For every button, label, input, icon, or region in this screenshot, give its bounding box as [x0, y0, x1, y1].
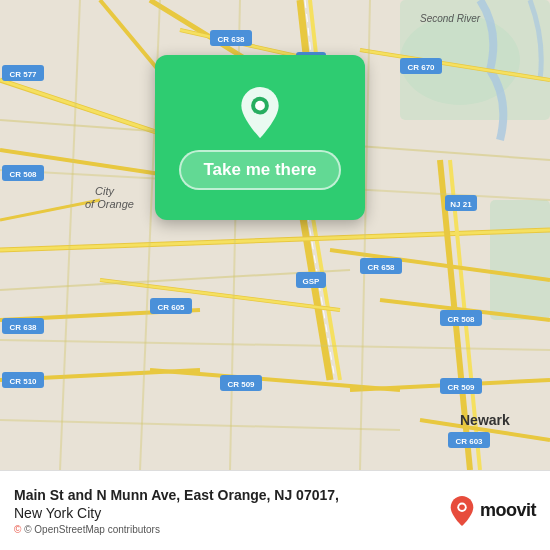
svg-text:CR 577: CR 577 — [9, 70, 37, 79]
svg-text:City: City — [95, 185, 115, 197]
svg-text:CR 658: CR 658 — [367, 263, 395, 272]
location-pin-icon — [236, 85, 284, 140]
svg-text:CR 670: CR 670 — [407, 63, 435, 72]
svg-point-79 — [459, 504, 465, 510]
address-line2: New York City — [14, 504, 448, 522]
svg-text:of Orange: of Orange — [85, 198, 134, 210]
action-card: Take me there — [155, 55, 365, 220]
svg-text:CR 508: CR 508 — [9, 170, 37, 179]
svg-text:CR 509: CR 509 — [227, 380, 255, 389]
svg-text:NJ 21: NJ 21 — [450, 200, 472, 209]
map-container: CR 577 CR 638 CR 508 CR 670 GSP GSP City… — [0, 0, 550, 470]
osm-credit: © © OpenStreetMap contributors — [14, 524, 448, 535]
bottom-bar: Main St and N Munn Ave, East Orange, NJ … — [0, 470, 550, 550]
moovit-pin-icon — [448, 495, 476, 527]
address-line1: Main St and N Munn Ave, East Orange, NJ … — [14, 486, 448, 504]
moovit-logo: moovit — [448, 495, 536, 527]
osm-icon: © — [14, 524, 21, 535]
moovit-brand-text: moovit — [480, 500, 536, 521]
svg-text:Second River: Second River — [420, 13, 481, 24]
svg-text:CR 638: CR 638 — [217, 35, 245, 44]
svg-text:CR 508: CR 508 — [447, 315, 475, 324]
take-me-there-button[interactable]: Take me there — [179, 150, 340, 190]
svg-text:CR 603: CR 603 — [455, 437, 483, 446]
svg-point-77 — [255, 101, 265, 111]
svg-text:CR 638: CR 638 — [9, 323, 37, 332]
svg-text:CR 605: CR 605 — [157, 303, 185, 312]
address-block: Main St and N Munn Ave, East Orange, NJ … — [14, 486, 448, 535]
svg-rect-3 — [490, 200, 550, 320]
svg-text:CR 510: CR 510 — [9, 377, 37, 386]
svg-text:CR 509: CR 509 — [447, 383, 475, 392]
svg-text:Newark: Newark — [460, 412, 510, 428]
svg-text:GSP: GSP — [303, 277, 321, 286]
